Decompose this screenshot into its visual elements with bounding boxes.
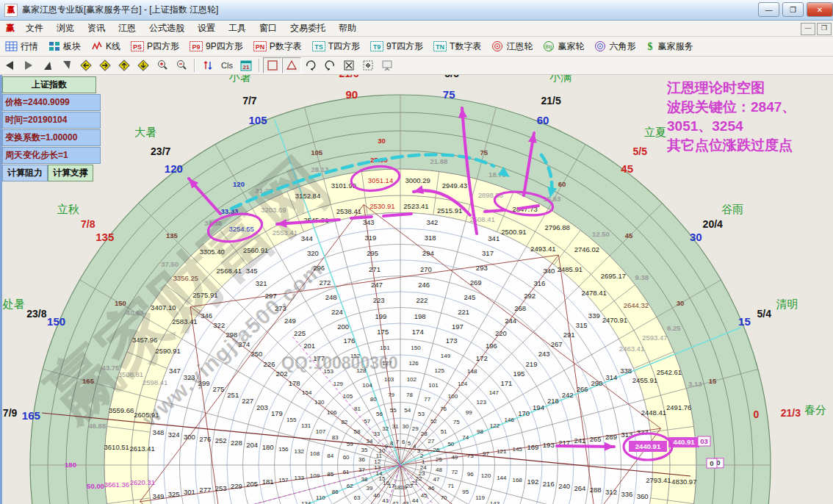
menu-item[interactable]: 设置: [191, 20, 222, 37]
svg-text:4830.97: 4830.97: [671, 478, 696, 486]
toolbar-button-T四方形[interactable]: TST四方形: [307, 40, 365, 53]
svg-text:129: 129: [333, 381, 344, 387]
svg-text:T9: T9: [373, 43, 381, 51]
boxed-x-tool-button[interactable]: [339, 57, 358, 73]
scale-tool-button[interactable]: [358, 57, 378, 73]
diamond-right-tool-button[interactable]: [95, 57, 115, 73]
toolbar-button-T数字表[interactable]: TNT数字表: [428, 40, 486, 53]
svg-text:40: 40: [373, 492, 380, 499]
window-title: 赢家江恩专业版[赢家服务平台] - [上证指数 江恩轮]: [22, 4, 218, 16]
menu-item[interactable]: 帮助: [332, 20, 363, 37]
menu-item[interactable]: 公式选股: [143, 20, 191, 37]
menu-item[interactable]: 资讯: [81, 20, 112, 37]
svg-text:81: 81: [354, 406, 361, 412]
mdi-minimize-button[interactable]: —: [801, 23, 815, 35]
svg-text:2493.41: 2493.41: [530, 245, 555, 253]
index-name: 上证指数: [2, 76, 96, 93]
nav-left-tool-button[interactable]: [0, 57, 19, 73]
svg-text:83: 83: [332, 434, 339, 441]
close-button[interactable]: ✕: [807, 2, 833, 17]
dollar-icon: $: [646, 40, 654, 52]
calendar-tool-button[interactable]: 21: [237, 57, 256, 73]
svg-text:125: 125: [435, 367, 445, 374]
svg-text:154: 154: [302, 389, 312, 396]
toolbar-button-板块[interactable]: 板块: [43, 40, 86, 53]
toolbar-button-江恩轮[interactable]: 江恩轮: [486, 40, 538, 53]
svg-text:2463.41: 2463.41: [619, 345, 644, 353]
svg-text:2455.91: 2455.91: [632, 376, 657, 384]
svg-text:277: 277: [199, 486, 211, 494]
zoom-out-tool-button[interactable]: [172, 57, 191, 73]
svg-text:102: 102: [407, 376, 417, 383]
menu-item[interactable]: 工具: [222, 20, 253, 37]
svg-text:293: 293: [476, 264, 488, 272]
toolbar-button-9P四方形[interactable]: P99P四方形: [184, 40, 248, 53]
svg-text:246: 246: [418, 281, 430, 289]
nav-up-icon: [42, 60, 54, 71]
triangle-tool-button[interactable]: [282, 57, 301, 73]
svg-text:PS: PS: [133, 43, 142, 51]
toolbar-button-赢家服务[interactable]: $赢家服务: [641, 40, 698, 53]
board-tool-button[interactable]: [378, 57, 397, 73]
rotate-ccw-tool-button[interactable]: [320, 57, 339, 73]
svg-text:195: 195: [513, 370, 525, 378]
menu-item[interactable]: 窗口: [253, 20, 284, 37]
svg-text:300: 300: [184, 433, 195, 441]
toolbar-button-赢家轮[interactable]: Big赢家轮: [538, 40, 589, 53]
maximize-button[interactable]: ❐: [782, 2, 804, 17]
title-bar: 赢 赢家江恩专业版[赢家服务平台] - [上证指数 江恩轮] — ❐ ✕: [0, 0, 833, 21]
updown-tool-button[interactable]: [198, 57, 217, 73]
menu-item[interactable]: 交易委托: [284, 20, 332, 37]
svg-text:180: 180: [65, 461, 76, 469]
svg-text:270: 270: [420, 265, 432, 273]
svg-text:2538.41: 2538.41: [336, 207, 361, 215]
toolbar-button-K线[interactable]: K线: [86, 40, 126, 53]
toolbar-button-P四方形[interactable]: PSP四方形: [126, 40, 184, 53]
mdi-restore-button[interactable]: ❐: [817, 23, 832, 35]
square-tool-button[interactable]: [263, 57, 282, 73]
nav-down-tool-button[interactable]: [57, 57, 76, 73]
svg-text:203: 203: [256, 403, 268, 411]
nav-up-tool-button[interactable]: [38, 57, 57, 73]
svg-text:121: 121: [497, 448, 507, 455]
svg-text:105: 105: [248, 114, 267, 126]
svg-text:109: 109: [310, 472, 320, 479]
menu-item[interactable]: 文件: [19, 20, 50, 37]
svg-text:196: 196: [486, 342, 497, 350]
diamond-down-tool-button[interactable]: [134, 57, 153, 73]
panel-button-计算阻力[interactable]: 计算阻力: [2, 165, 48, 181]
rotate-cw-tool-button[interactable]: [301, 57, 320, 73]
diamond-up-tool-button[interactable]: [115, 57, 134, 73]
svg-text:50: 50: [447, 441, 454, 447]
svg-text:120: 120: [165, 162, 183, 175]
toolbar-button-六角形[interactable]: 六角形: [589, 40, 641, 53]
zoom-in-tool-button[interactable]: [153, 57, 172, 73]
menu-item[interactable]: 江恩: [112, 20, 143, 37]
rotate-ccw-icon: [324, 60, 336, 71]
gann-wheel-chart[interactable]: 1234567891011121314151617181920212223242…: [0, 75, 833, 504]
nav-right-tool-button[interactable]: [19, 57, 38, 73]
diamond-left-tool-button[interactable]: [76, 57, 95, 73]
svg-text:204: 204: [246, 441, 258, 449]
svg-text:291: 291: [563, 331, 575, 339]
svg-text:120: 120: [481, 472, 491, 479]
cls-icon: Cls: [219, 60, 235, 71]
toolbar-button-P数字表[interactable]: PNP数字表: [248, 40, 307, 53]
svg-text:74: 74: [462, 434, 469, 441]
panel-field: 变换系数=1.00000: [2, 129, 101, 146]
svg-text:3051.14: 3051.14: [368, 176, 393, 184]
svg-text:192: 192: [527, 478, 539, 486]
cls-tool-button[interactable]: Cls: [217, 57, 237, 73]
svg-text:147: 147: [489, 389, 500, 396]
menu-item[interactable]: 浏览: [50, 20, 81, 37]
svg-text:245: 245: [464, 293, 475, 301]
toolbar-button-行情[interactable]: 行情: [0, 40, 43, 53]
svg-text:3: 3: [417, 447, 421, 454]
toolbar-button-9T四方形[interactable]: T99T四方形: [365, 40, 428, 53]
svg-text:Big: Big: [546, 44, 553, 50]
panel-button-计算支撑[interactable]: 计算支撑: [48, 165, 93, 181]
minimize-button[interactable]: —: [758, 2, 779, 17]
svg-text:165: 165: [22, 409, 40, 422]
svg-text:35: 35: [361, 447, 368, 453]
svg-text:176: 176: [343, 336, 355, 345]
